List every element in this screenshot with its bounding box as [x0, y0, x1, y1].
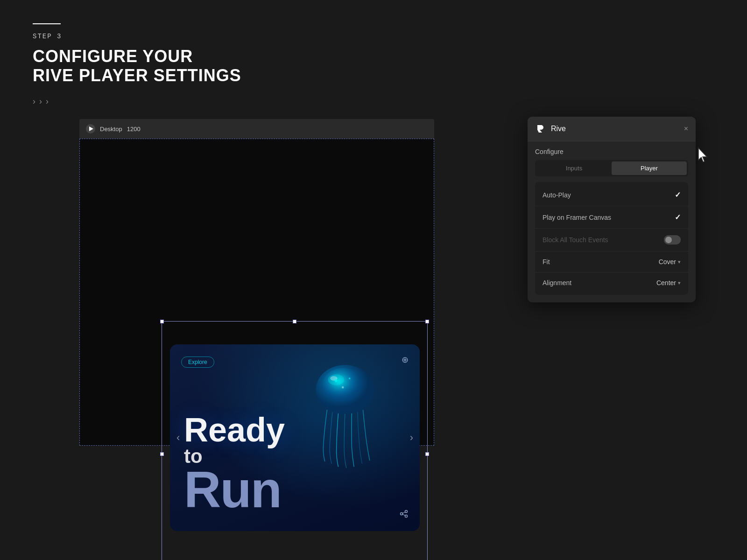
page-wrapper: STEP 3 CONFIGURE YOUR RIVE PLAYER SETTIN… [0, 0, 747, 560]
handle-ml[interactable] [160, 452, 164, 456]
play-icon[interactable] [86, 124, 95, 133]
block-touch-toggle[interactable] [664, 235, 681, 245]
alignment-dropdown[interactable]: Center ▾ [656, 279, 681, 287]
arrow-1[interactable]: › [33, 97, 35, 106]
canvas-area: Explore ⊕ Ready to Run ‹ [79, 139, 434, 446]
panel-header: Rive × [528, 117, 696, 141]
arrow-row: › › › [33, 97, 241, 106]
tab-switcher: Inputs Player [535, 160, 688, 176]
toolbar-device: Desktop [100, 126, 122, 133]
title-line2: RIVE PLAYER SETTINGS [33, 66, 241, 85]
handle-mr[interactable] [425, 452, 429, 456]
arrow-2[interactable]: › [39, 97, 42, 106]
alignment-label: Alignment [543, 279, 571, 287]
close-button[interactable]: × [684, 125, 688, 133]
block-touch-label: Block All Touch Events [543, 236, 608, 244]
setting-auto-play: Auto-Play ✓ [535, 184, 688, 206]
step-line [33, 23, 61, 24]
setting-play-on-canvas: Play on Framer Canvas ✓ [535, 206, 688, 229]
play-on-canvas-check[interactable]: ✓ [675, 213, 681, 222]
step-label: STEP 3 [33, 33, 241, 40]
fit-dropdown[interactable]: Cover ▾ [659, 258, 681, 266]
fit-label: Fit [543, 258, 550, 266]
panel-title-row: Rive [535, 123, 566, 134]
cursor-icon [697, 147, 710, 166]
setting-alignment: Alignment Center ▾ [535, 273, 688, 293]
settings-list: Auto-Play ✓ Play on Framer Canvas ✓ Bloc… [535, 182, 688, 295]
alignment-dropdown-arrow: ▾ [678, 280, 681, 286]
setting-block-touch: Block All Touch Events [535, 229, 688, 252]
tab-inputs[interactable]: Inputs [536, 161, 612, 175]
configure-label: Configure [528, 141, 696, 160]
handle-tm[interactable] [293, 320, 296, 323]
main-title: CONFIGURE YOUR RIVE PLAYER SETTINGS [33, 47, 241, 85]
fit-dropdown-arrow: ▾ [678, 259, 681, 265]
auto-play-check[interactable]: ✓ [675, 190, 681, 199]
selected-element[interactable] [162, 321, 428, 560]
toolbar-width: 1200 [127, 126, 141, 133]
left-content: STEP 3 CONFIGURE YOUR RIVE PLAYER SETTIN… [33, 23, 241, 106]
handle-tr[interactable] [425, 320, 429, 323]
play-on-canvas-label: Play on Framer Canvas [543, 214, 611, 221]
auto-play-label: Auto-Play [543, 191, 571, 199]
arrow-3[interactable]: › [46, 97, 49, 106]
right-panel: Rive × Configure Inputs Player Auto-Play… [528, 117, 696, 302]
panel-title: Rive [551, 125, 566, 133]
toolbar-bar: Desktop 1200 [79, 119, 434, 139]
tab-player[interactable]: Player [612, 161, 687, 175]
svg-point-13 [665, 237, 672, 243]
rive-logo [535, 123, 546, 134]
handle-tl[interactable] [160, 320, 164, 323]
setting-fit: Fit Cover ▾ [535, 252, 688, 273]
title-line1: CONFIGURE YOUR [33, 47, 193, 66]
